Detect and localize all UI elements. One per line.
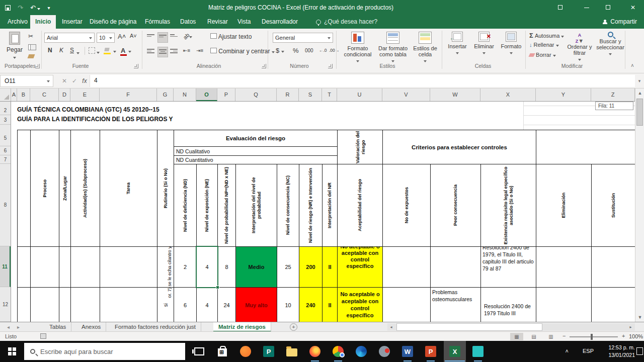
font-dialog-launcher-icon[interactable] [134,64,138,68]
cell-p12[interactable]: 24 [217,287,236,322]
col-header-actividades[interactable]: Actividad(es) (Subproceso) [70,130,100,247]
column-header-r[interactable]: R [277,88,299,101]
align-bottom-icon[interactable] [170,33,178,41]
italic-button[interactable]: K [59,47,63,54]
col-header-nc[interactable]: Nivel de consecuencia (NC) [277,164,299,247]
wrap-text-button[interactable]: Ajustar texto [210,33,252,40]
sort-filter-button[interactable]: AZ▼ Ordenar y filtrar [566,32,594,62]
publisher-icon[interactable]: P [262,344,276,358]
scroll-down-icon[interactable]: ▼ [635,313,644,322]
number-dialog-launcher-icon[interactable] [328,64,333,68]
zoom-in-icon[interactable]: + [622,333,625,339]
cell-r11[interactable]: 25 [277,246,299,288]
cell-s11-nr[interactable]: 200 [299,246,323,288]
cell-s12-nr[interactable]: 240 [299,287,323,322]
zoom-level[interactable]: 100% [629,333,643,339]
criterios-controles-header[interactable]: Criterios para establecer controles [382,130,536,164]
tab-archivo[interactable]: Archivo [3,15,33,29]
find-select-button[interactable]: Buscar y seleccionar [595,32,626,56]
comma-style-button[interactable]: 000 [305,48,313,53]
tab-diseno[interactable]: Diseño de página [85,15,141,29]
cell-q12-muy-alto[interactable]: Muy alto [235,287,277,322]
copy-icon[interactable] [28,43,36,52]
cell-y12[interactable] [536,287,592,322]
cell-t11-interp[interactable]: II [322,246,338,288]
column-header-e[interactable]: E [70,88,100,101]
cell-p11[interactable]: 8 [217,246,236,288]
col-header-peor-consecuencia[interactable]: Peor consecuencia [430,164,481,247]
clear-button[interactable]: Borrar [529,52,556,58]
conditional-formatting-button[interactable]: Formato condicional [343,32,372,63]
cell-d12[interactable] [59,287,71,322]
cell-n12[interactable]: 6 [174,287,197,322]
col-header-sustitucion[interactable]: Sustitución [591,164,635,247]
expand-formula-bar-icon[interactable]: ▾ [636,75,643,87]
share-button[interactable]: Compartir [603,15,637,29]
excel-icon[interactable]: X [448,344,462,358]
edge-icon[interactable] [354,344,368,358]
cell-b11[interactable] [17,246,31,288]
ribbon-display-options-icon[interactable] [551,0,569,15]
column-header-f[interactable]: F [100,88,157,101]
column-header-d[interactable]: D [59,88,70,101]
column-header-v[interactable]: V [382,88,430,101]
cell-e12[interactable] [70,287,100,322]
col-header-np[interactable]: Nivel de probabilidad NP=(ND x NE) [217,164,236,247]
select-all-corner[interactable] [0,88,11,101]
enter-entry-icon[interactable]: ✓ [69,75,79,87]
shrink-font-button[interactable]: A˅ [130,33,137,39]
underline-caret-icon[interactable] [76,49,79,56]
nd-cualitativo-cell[interactable]: ND Cualitativo [174,146,338,156]
start-button-icon[interactable] [8,347,16,355]
task-view-icon[interactable] [192,344,206,358]
align-left-icon[interactable] [147,48,154,55]
number-format-select[interactable]: General [273,33,333,43]
zoom-slider[interactable] [570,336,618,337]
tab-formulas[interactable]: Fórmulas [140,15,175,29]
cell-b-header[interactable] [17,130,31,247]
minimize-icon[interactable] [578,0,596,15]
tab-vista[interactable]: Vista [232,15,256,29]
cell-e11[interactable] [70,246,100,288]
col-header-aceptabilidad[interactable]: Aceptabilidad del riesgo [337,164,383,247]
cell-f12[interactable] [100,287,157,322]
normal-view-icon[interactable]: ▦ [510,333,523,340]
page-layout-view-icon[interactable]: ▤ [527,333,540,340]
cell-y11[interactable] [536,246,592,288]
cell-f11[interactable] [100,246,157,288]
chrome-icon[interactable] [331,344,345,358]
row-header-6[interactable]: 6 [0,146,11,155]
col-header-zona-lugar[interactable]: Zona/Lugar [59,130,71,247]
align-top-icon[interactable] [147,33,154,41]
cell-q11-medio[interactable]: Medio [235,246,277,288]
cell-n11[interactable]: 2 [174,246,197,288]
clock[interactable]: 12:53 p. m. 13/01/2021 [608,344,635,359]
undo-icon[interactable]: ↶ [30,4,41,12]
macro-record-icon[interactable] [40,333,46,339]
avast-icon[interactable] [238,344,253,358]
tab-revisar[interactable]: Revisar [202,15,233,29]
grow-font-button[interactable]: A˄ [118,33,126,40]
tab-datos[interactable]: Datos [175,15,201,29]
increase-decimal-button[interactable]: ←.0 [319,48,327,53]
column-header-b[interactable]: B [17,88,30,101]
new-sheet-icon[interactable]: + [290,323,297,331]
col-header-ne[interactable]: Nivel de exposición (NE) [196,164,218,247]
cell-u12-aceptabilidad[interactable]: No aceptable o aceptable con control esp… [337,287,383,322]
column-header-n[interactable]: N [174,88,196,101]
align-center-icon[interactable] [157,47,168,57]
fill-handle[interactable] [216,286,219,289]
col-header-nr[interactable]: Nivel de riesgo (NR) e Intervención [299,164,323,247]
valoracion-riesgo-header[interactable]: Valoración del riesgo [337,130,383,164]
cell-z11[interactable] [591,246,635,288]
tab-desarrollador[interactable]: Desarrollador [257,15,303,29]
cell-c12[interactable] [30,287,59,322]
col-header-requisito-legal[interactable]: Existencia requisito legal específico as… [480,164,536,247]
firefox-icon[interactable] [308,344,322,358]
row-header-5[interactable]: 5 [0,130,11,146]
column-header-a[interactable]: A [11,88,17,101]
sheet-nav-right-icon[interactable]: ▸ [17,322,20,332]
decrease-indent-icon[interactable]: ⇤≡ [183,48,190,53]
column-header-p[interactable]: P [217,88,235,101]
cell-u11-aceptabilidad[interactable]: No aceptable o aceptable con control esp… [337,246,383,288]
